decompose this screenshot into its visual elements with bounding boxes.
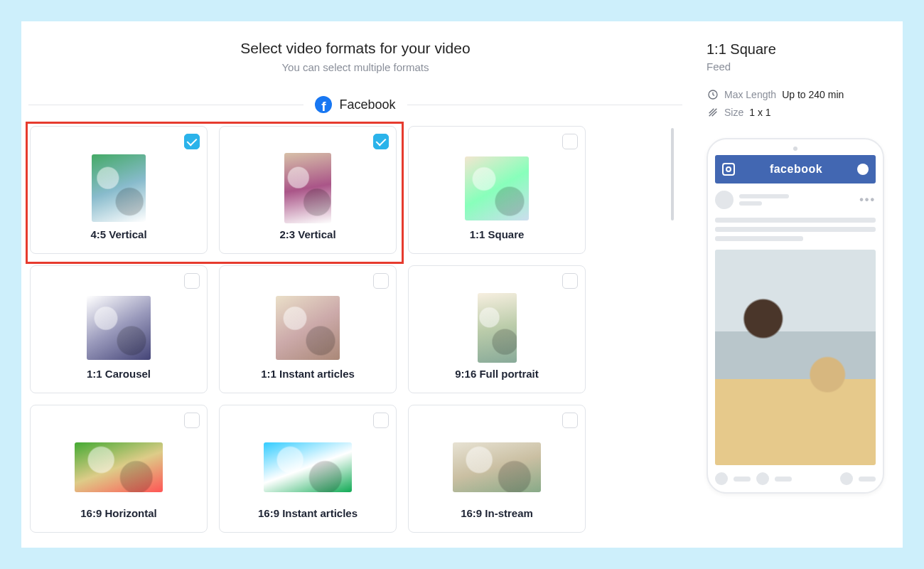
format-thumbnail xyxy=(87,287,151,368)
format-card[interactable]: 2:3 Vertical xyxy=(219,126,397,254)
details-meta: Max Length Up to 240 min Size 1 x 1 xyxy=(707,88,890,118)
meta-size: Size 1 x 1 xyxy=(707,106,890,118)
preview-brand: facebook xyxy=(770,163,822,176)
page-title: Select video formats for your video xyxy=(28,40,682,57)
format-label: 1:1 Instant articles xyxy=(261,368,355,393)
format-checkbox[interactable] xyxy=(562,134,578,149)
preview-post-header: ••• xyxy=(715,191,876,209)
header: Select video formats for your video You … xyxy=(28,40,682,73)
divider-line xyxy=(28,105,303,105)
messenger-icon xyxy=(857,164,869,175)
format-thumbnail xyxy=(92,148,146,228)
format-card[interactable]: 16:9 In-stream xyxy=(408,405,586,533)
format-label: 2:3 Vertical xyxy=(279,228,335,253)
format-checkbox[interactable] xyxy=(373,134,389,149)
format-checkbox[interactable] xyxy=(184,413,200,428)
meta-label: Size xyxy=(724,107,743,118)
phone-speaker xyxy=(715,147,876,151)
format-grid-wrap: 4:5 Vertical2:3 Vertical1:1 Square1:1 Ca… xyxy=(30,126,682,533)
format-thumbnail xyxy=(478,287,517,368)
details-title: 1:1 Square xyxy=(707,41,890,58)
format-checkbox[interactable] xyxy=(562,413,578,428)
page-subtitle: You can select multiple formats xyxy=(28,61,682,73)
format-card[interactable]: 4:5 Vertical xyxy=(30,126,208,254)
meta-value: Up to 240 min xyxy=(782,89,844,100)
format-thumbnail xyxy=(465,148,529,228)
preview-body-lines xyxy=(715,218,876,241)
preview-name-lines xyxy=(739,194,789,206)
details-panel: 1:1 Square Feed Max Length Up to 240 min… xyxy=(689,21,903,548)
platform-name: Facebook xyxy=(339,97,395,112)
format-grid: 4:5 Vertical2:3 Vertical1:1 Square1:1 Ca… xyxy=(30,126,682,533)
format-label: 1:1 Carousel xyxy=(87,368,151,393)
format-label: 1:1 Square xyxy=(470,228,525,253)
preview-app-header: facebook xyxy=(715,155,876,184)
format-checkbox[interactable] xyxy=(373,413,389,428)
avatar xyxy=(715,191,734,209)
format-thumbnail xyxy=(264,427,352,507)
main-panel: Select video formats for your video You … xyxy=(21,21,689,548)
format-checkbox[interactable] xyxy=(184,134,200,149)
camera-icon xyxy=(722,163,735,176)
preview-post-image xyxy=(715,250,876,465)
format-checkbox[interactable] xyxy=(373,273,389,289)
format-thumbnail xyxy=(453,427,541,507)
meta-max-length: Max Length Up to 240 min xyxy=(707,88,890,100)
phone-preview: facebook ••• xyxy=(707,138,884,494)
format-thumbnail xyxy=(276,287,340,368)
facebook-icon: f xyxy=(315,96,332,113)
meta-label: Max Length xyxy=(724,89,776,100)
platform-label: f Facebook xyxy=(303,96,407,113)
format-card[interactable]: 16:9 Horizontal xyxy=(30,405,208,533)
format-card[interactable]: 1:1 Carousel xyxy=(30,265,208,393)
format-label: 16:9 In-stream xyxy=(461,507,533,532)
format-label: 16:9 Horizontal xyxy=(80,507,157,532)
divider-line xyxy=(407,105,682,105)
preview-post-footer xyxy=(715,472,876,485)
format-card[interactable]: 16:9 Instant articles xyxy=(219,405,397,533)
clock-icon xyxy=(707,88,719,100)
format-label: 4:5 Vertical xyxy=(90,228,146,253)
meta-value: 1 x 1 xyxy=(749,107,770,118)
format-card[interactable]: 9:16 Full portrait xyxy=(408,265,586,393)
format-checkbox[interactable] xyxy=(562,273,578,289)
dimensions-icon xyxy=(707,106,719,118)
format-thumbnail xyxy=(75,427,163,507)
platform-divider: f Facebook xyxy=(28,96,682,113)
app-container: Select video formats for your video You … xyxy=(21,21,903,548)
format-label: 16:9 Instant articles xyxy=(258,507,358,532)
format-thumbnail xyxy=(284,148,331,228)
format-card[interactable]: 1:1 Square xyxy=(408,126,586,254)
format-checkbox[interactable] xyxy=(184,273,200,289)
format-card[interactable]: 1:1 Instant articles xyxy=(219,265,397,393)
scrollbar[interactable] xyxy=(671,128,674,220)
details-placement: Feed xyxy=(707,60,890,73)
more-icon: ••• xyxy=(859,193,876,206)
format-label: 9:16 Full portrait xyxy=(455,368,539,393)
